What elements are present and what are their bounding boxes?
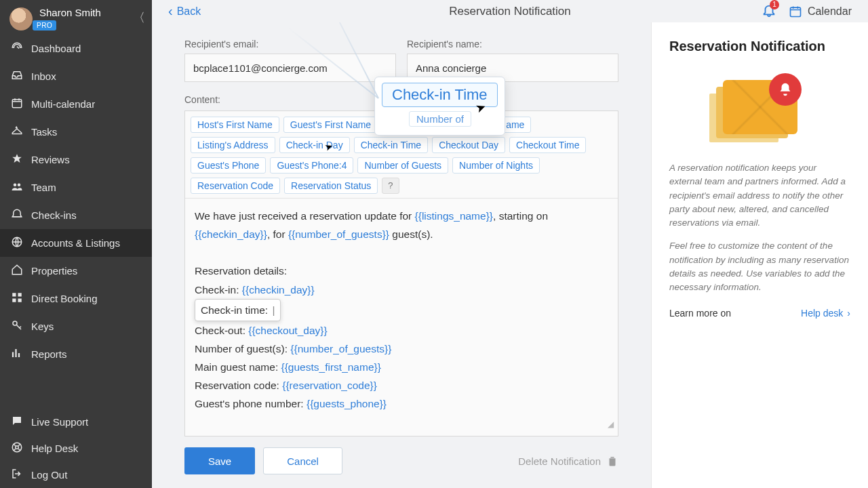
var-listings-name: {{listings_name}} — [415, 210, 493, 222]
sidebar-item-check-ins[interactable]: Check-ins — [0, 201, 152, 229]
sidebar-item-live-support[interactable]: Live Support — [0, 409, 152, 435]
sidebar-item-direct-booking[interactable]: Direct Booking — [0, 285, 152, 312]
learn-more-label: Learn more on — [669, 308, 731, 319]
hanger-icon — [11, 125, 23, 139]
info-panel: Reservation Notification A reservation n… — [651, 22, 868, 488]
token-help[interactable]: ? — [382, 178, 399, 194]
main: ‹ Back Reservation Notification 1 Calend… — [152, 0, 868, 488]
sidebar: Sharon Smith PRO 〈 DashboardInboxMulti-c… — [0, 0, 152, 488]
svg-rect-5 — [18, 293, 22, 296]
sidebar-item-accounts-listings[interactable]: Accounts & Listings — [0, 229, 152, 257]
svg-rect-6 — [12, 299, 16, 302]
bell-icon — [11, 208, 23, 222]
token-guest-s-first-name[interactable]: Guest's First Name — [283, 117, 378, 133]
notifications-button[interactable]: 1 — [762, 3, 776, 20]
token-check-in-time[interactable]: Check-in Time — [354, 137, 428, 153]
svg-rect-7 — [18, 299, 22, 302]
sidebar-item-properties[interactable]: Properties — [0, 257, 152, 285]
info-title: Reservation Notification — [669, 39, 850, 54]
info-paragraph-2: Feel free to customize the content of th… — [669, 239, 850, 294]
calendar-icon — [11, 97, 23, 111]
svg-point-10 — [16, 446, 19, 449]
key-icon — [11, 319, 23, 333]
sidebar-collapse-icon[interactable]: 〈 — [133, 9, 145, 26]
token-reservation-code[interactable]: Reservation Code — [191, 178, 280, 194]
chevron-right-icon: › — [847, 308, 850, 319]
token-number-of-guests[interactable]: Number of Guests — [357, 157, 448, 174]
token-reservation-status[interactable]: Reservation Status — [284, 178, 378, 194]
back-label: Back — [177, 5, 201, 18]
editor-body[interactable]: We have just received a reservation upda… — [185, 199, 618, 436]
svg-rect-4 — [12, 293, 16, 296]
token-callout: Check-in Time ➤ Number of — [374, 77, 505, 136]
token-checkout-day[interactable]: Checkout Day — [432, 137, 505, 153]
insertion-point[interactable]: Check-in time: — [195, 299, 281, 321]
content-editor: Host's First NameGuest's First NameHost'… — [184, 110, 618, 436]
help-desk-link[interactable]: Help desk › — [801, 308, 850, 319]
callout-hint: Number of — [409, 111, 471, 127]
info-paragraph-1: A reservation notification keeps your ex… — [669, 161, 850, 230]
sidebar-item-log-out[interactable]: Log Out — [0, 462, 152, 488]
back-button[interactable]: ‹ Back — [168, 3, 201, 19]
svg-point-1 — [14, 184, 17, 187]
sidebar-item-inbox[interactable]: Inbox — [0, 62, 152, 90]
sidebar-item-reviews[interactable]: Reviews — [0, 146, 152, 174]
notif-count: 1 — [770, 0, 779, 9]
resize-handle-icon[interactable]: ◢ — [608, 418, 614, 432]
page-title: Reservation Notification — [449, 5, 571, 18]
sidebar-item-tasks[interactable]: Tasks — [0, 118, 152, 146]
svg-point-2 — [18, 184, 21, 187]
chevron-left-icon: ‹ — [168, 3, 173, 19]
cancel-button[interactable]: Cancel — [263, 447, 342, 474]
token-check-in-day[interactable]: Check-in Day — [279, 137, 350, 153]
topbar: ‹ Back Reservation Notification 1 Calend… — [152, 0, 868, 22]
recipient-email-input[interactable] — [184, 54, 396, 82]
home-icon — [11, 264, 23, 278]
svg-rect-11 — [791, 7, 801, 16]
calendar-search-icon — [789, 5, 802, 18]
sidebar-item-team[interactable]: Team — [0, 174, 152, 201]
calendar-label: Calendar — [808, 5, 852, 18]
token-listing-s-address[interactable]: Listing's Address — [191, 137, 275, 153]
token-checkout-time[interactable]: Checkout Time — [509, 137, 586, 153]
help-icon — [11, 441, 23, 455]
logout-icon — [11, 468, 23, 482]
token-host-s-first-name[interactable]: Host's First Name — [191, 117, 279, 133]
sidebar-item-multi-calendar[interactable]: Multi-calendar — [0, 90, 152, 118]
var-number-of-guests: {{number_of_guests}} — [288, 228, 389, 240]
delete-notification-button[interactable]: Delete Notification — [518, 455, 618, 467]
pro-badge: PRO — [33, 20, 56, 30]
svg-rect-0 — [12, 100, 22, 108]
team-icon — [11, 180, 23, 195]
bell-badge-icon — [769, 73, 802, 106]
name-label: Recipient's name: — [407, 39, 618, 49]
chart-icon — [11, 347, 23, 361]
token-number-of-nights[interactable]: Number of Nights — [452, 157, 540, 174]
star-icon — [11, 152, 23, 167]
sidebar-item-help-desk[interactable]: Help Desk — [0, 435, 152, 462]
profile-block[interactable]: Sharon Smith PRO 〈 — [0, 0, 152, 35]
sidebar-item-reports[interactable]: Reports — [0, 340, 152, 368]
token-guest-s-phone[interactable]: Guest's Phone — [191, 157, 266, 174]
avatar — [9, 7, 33, 30]
grid-icon — [11, 291, 23, 306]
globe-icon — [11, 236, 23, 250]
email-label: Recipient's email: — [184, 39, 396, 49]
illustration — [669, 66, 850, 148]
form-area: Recipient's email: Recipient's name: Con… — [152, 22, 651, 488]
calendar-link[interactable]: Calendar — [789, 5, 852, 18]
profile-name: Sharon Smith — [39, 7, 101, 18]
save-button[interactable]: Save — [184, 447, 255, 474]
chat-icon — [11, 415, 23, 429]
var-checkin-day: {{checkin_day}} — [195, 228, 267, 240]
sidebar-item-keys[interactable]: Keys — [0, 312, 152, 340]
inbox-icon — [11, 69, 23, 83]
gauge-icon — [11, 41, 23, 56]
trash-icon — [606, 455, 618, 467]
svg-point-8 — [13, 321, 17, 325]
token-guest-s-phone-4[interactable]: Guest's Phone:4 — [270, 157, 353, 174]
sidebar-item-dashboard[interactable]: Dashboard — [0, 35, 152, 62]
